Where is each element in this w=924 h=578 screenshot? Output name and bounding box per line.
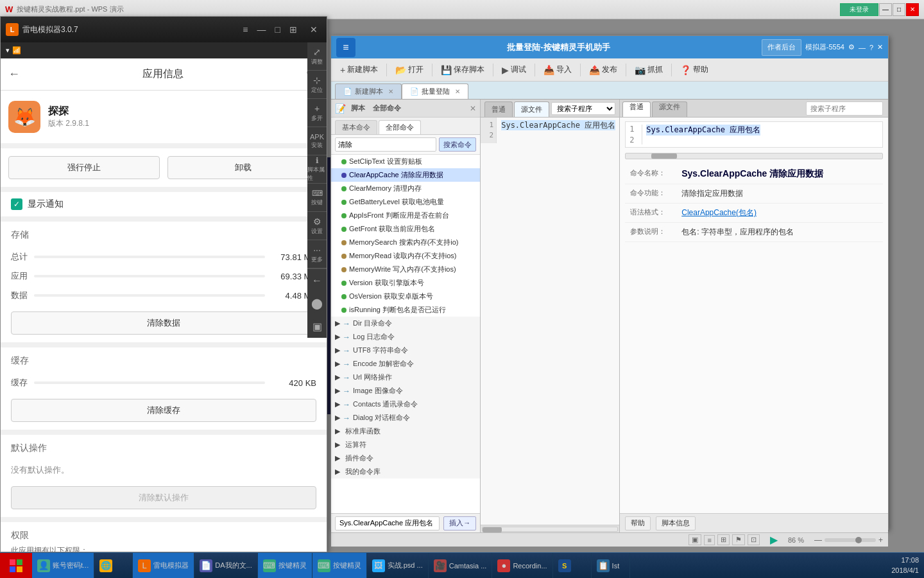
tab-new-script[interactable]: 📄 新建脚本 ✕ xyxy=(335,83,402,99)
max-icon[interactable]: ? xyxy=(869,44,873,51)
square-nav-btn[interactable]: ▣ xyxy=(307,315,327,338)
ld-restore-btn[interactable]: □ xyxy=(273,23,283,36)
taskbar-da[interactable]: 📄 DA我的文... xyxy=(194,553,257,579)
wps-login-btn[interactable]: 未登录 xyxy=(840,3,878,16)
log-group-header[interactable]: ▶ → Log 日志命令 xyxy=(331,330,480,344)
horizontal-scrollbar[interactable] xyxy=(481,525,619,532)
list-view-btn[interactable]: ⚑ xyxy=(732,534,745,545)
utf8-group-header[interactable]: ▶ → UTF8 字符串命令 xyxy=(331,344,480,357)
encode-group-header[interactable]: ▶ → Encode 加解密命令 xyxy=(331,357,480,371)
plugin-group-header[interactable]: ▶ 插件命令 xyxy=(331,451,480,465)
scroll-thumb[interactable] xyxy=(483,527,502,532)
position-btn[interactable]: ⊹ 定位 xyxy=(307,71,327,99)
script-info-btn[interactable]: 脚本信息 xyxy=(656,516,696,530)
expand-btn[interactable]: + 多开 xyxy=(307,99,327,127)
taskbar-ist[interactable]: 📋 Ist xyxy=(592,553,630,579)
fullscreen-btn[interactable]: ⊡ xyxy=(748,534,760,545)
cmd-osversion[interactable]: OsVersion 获取安卓版本号 xyxy=(331,290,480,303)
uninstall-btn[interactable]: 卸载 xyxy=(167,156,319,179)
ld-menu-btn[interactable]: ≡ xyxy=(240,23,250,36)
basic-cmd-tab[interactable]: 基本命令 xyxy=(335,120,377,134)
cmd-memorywrite[interactable]: MemoryWrite 写入内存(不支持ios) xyxy=(331,263,480,276)
dir-group-header[interactable]: ▶ → Dir 目录命令 xyxy=(331,317,480,330)
publish-btn[interactable]: 📤 发布 xyxy=(584,61,622,79)
cmd-memorysearch[interactable]: MemorySearch 搜索内存(不支持io) xyxy=(331,236,480,249)
close-icon[interactable]: ✕ xyxy=(877,43,883,51)
taskbar-camtasia[interactable]: 🎥 Camtasia ... xyxy=(429,553,493,579)
cmd-clearappcache[interactable]: ClearAppCache 清除应用数据 xyxy=(331,168,480,182)
resize-btn[interactable]: ⤢ 调整 xyxy=(307,42,327,71)
notification-checkbox[interactable]: ✓ xyxy=(11,198,22,210)
minimize-icon[interactable]: — xyxy=(859,44,866,51)
tab-batch-login[interactable]: 📄 批量登陆 ✕ xyxy=(402,83,468,99)
zoom-slider[interactable] xyxy=(825,538,876,542)
search-input[interactable] xyxy=(335,137,436,152)
image-group-header[interactable]: ▶ → Image 图像命令 xyxy=(331,384,480,398)
cmd-input-field[interactable] xyxy=(335,516,440,530)
source-tab[interactable]: 源文件 xyxy=(514,101,549,117)
cmd-getbattery[interactable]: GetBatteryLevel 获取电池电量 xyxy=(331,195,480,209)
url-group-header[interactable]: ▶ → Url 网络操作 xyxy=(331,371,480,384)
search-cmd-btn[interactable]: 搜索命令 xyxy=(439,137,476,152)
subroutine-dropdown[interactable]: 搜索子程序 xyxy=(551,102,615,115)
debug-btn[interactable]: ▶ 调试 xyxy=(497,61,531,79)
contacts-group-header[interactable]: ▶ → Contacts 通讯录命令 xyxy=(331,398,480,411)
taskbar-ps[interactable]: 🖼 实战.psd ... xyxy=(367,553,429,579)
normal-view-btn[interactable]: ▣ xyxy=(689,534,701,545)
tab-close-icon[interactable]: ✕ xyxy=(388,88,393,95)
clear-data-btn[interactable]: 清除数据 xyxy=(11,311,316,335)
settings-btn[interactable]: ⚙ 设置 xyxy=(307,212,327,240)
panel-close-btn[interactable]: ✕ xyxy=(470,104,476,113)
source-right-tab[interactable]: 源文件 xyxy=(652,101,687,117)
ld-close-btn[interactable]: ✕ xyxy=(306,23,321,36)
cmd-version[interactable]: Version 获取引擎版本号 xyxy=(331,276,480,290)
taskbar-browser[interactable]: 🌐 xyxy=(94,553,133,579)
math-group-header[interactable]: ▶ 标准库函数 xyxy=(331,425,480,438)
cmd-getfront[interactable]: GetFront 获取当前应用包名 xyxy=(331,222,480,236)
tab-batch-close-icon[interactable]: ✕ xyxy=(455,88,460,95)
insert-btn[interactable]: 插入→ xyxy=(443,516,476,530)
keyboard-btn[interactable]: ⌨ 按键 xyxy=(307,184,327,212)
ld-minimize-btn[interactable]: — xyxy=(255,23,269,36)
taskbar-anjian1[interactable]: ⌨ 按键精灵 xyxy=(258,553,312,579)
wps-close-btn[interactable]: ✕ xyxy=(906,3,919,16)
syntax-link[interactable]: ClearAppCache(包名) xyxy=(681,208,757,217)
home-nav-btn[interactable]: ⬤ xyxy=(307,292,327,315)
all-cmd-tab[interactable]: 全部命令 xyxy=(379,120,421,134)
right-scroll-thumb[interactable] xyxy=(651,153,677,159)
taskbar-leitian[interactable]: L 雷电模拟器 xyxy=(133,553,194,579)
zoom-plus-btn[interactable]: + xyxy=(878,536,883,545)
right-search-input[interactable] xyxy=(806,101,883,116)
start-button[interactable] xyxy=(0,553,32,579)
cmd-memoryread[interactable]: MemoryRead 读取内存(不支持ios) xyxy=(331,249,480,263)
more-btn[interactable]: ··· 更多 xyxy=(307,240,327,268)
apk-btn[interactable]: APK 安装 xyxy=(307,127,327,155)
grid-view-btn[interactable]: ⊞ xyxy=(717,534,730,545)
my-cmd-group-header[interactable]: ▶ 我的命令库 xyxy=(331,465,480,478)
settings-icon[interactable]: ⚙ xyxy=(848,43,855,51)
sw-editor-area[interactable]: 1 2 Sys.ClearAppCache 应用包名 xyxy=(481,118,619,525)
right-scrollbar[interactable] xyxy=(625,153,883,159)
help-btn[interactable]: ❓ 帮助 xyxy=(675,61,714,79)
taskbar-account[interactable]: 👤 账号密码t... xyxy=(32,553,94,579)
save-script-btn[interactable]: 💾 保存脚本 xyxy=(436,61,490,79)
taskbar-recording[interactable]: ● Recordin... xyxy=(492,553,552,579)
new-script-btn[interactable]: + 新建脚本 xyxy=(335,61,383,79)
dialog-group-header[interactable]: ▶ → Dialog 对话框命令 xyxy=(331,411,480,425)
cmd-appIsfront[interactable]: AppIsFront 判断应用是否在前台 xyxy=(331,209,480,222)
back-button[interactable]: ← xyxy=(8,67,20,81)
capture-btn[interactable]: 📷 抓抓 xyxy=(629,61,668,79)
taskbar-anjian2[interactable]: ⌨ 按键精灵 xyxy=(312,553,367,579)
import-btn[interactable]: 📥 导入 xyxy=(538,61,577,79)
clear-cache-btn[interactable]: 清除缓存 xyxy=(11,399,316,422)
back-nav-btn[interactable]: ← xyxy=(307,268,327,292)
wps-minimize-btn[interactable]: — xyxy=(879,3,892,16)
cmd-setcliptext[interactable]: SetClipText 设置剪贴板 xyxy=(331,155,480,168)
normal-right-tab[interactable]: 普通 xyxy=(622,101,651,117)
script-attr-btn[interactable]: ℹ 脚本属性 xyxy=(307,155,327,184)
zoom-thumb[interactable] xyxy=(855,537,862,543)
wps-maximize-btn[interactable]: □ xyxy=(893,3,905,16)
help-footer-btn[interactable]: 帮助 xyxy=(625,516,651,530)
open-btn[interactable]: 📂 打开 xyxy=(390,61,429,79)
play-btn[interactable]: ▶ xyxy=(770,534,778,546)
